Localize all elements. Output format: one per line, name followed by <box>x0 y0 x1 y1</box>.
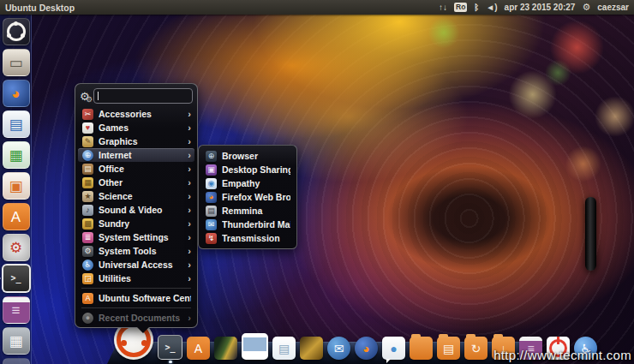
menu-item-label: Other <box>99 177 184 188</box>
sundry-icon: ▩ <box>82 218 93 230</box>
menu-item-games[interactable]: ♥Games› <box>78 121 194 134</box>
menu-item-recent-documents[interactable]: ●Recent Documents› <box>78 311 194 325</box>
universal-access-icon: ♿ <box>82 260 93 271</box>
menu-item-ubuntu-software-center[interactable]: AUbuntu Software Center <box>78 291 194 305</box>
menu-item-firefox-web-browser[interactable]: ◕Firefox Web Browser <box>201 190 294 204</box>
launcher-item-trash[interactable]: ▯ <box>3 358 30 364</box>
menu-item-browser[interactable]: ⊕Browser <box>201 149 294 163</box>
menu-item-accessories[interactable]: ✂Accessories› <box>78 107 194 121</box>
menu-item-label: System Tools <box>99 246 184 256</box>
dock-item-folder-home[interactable] <box>410 337 433 360</box>
menu-item-remmina[interactable]: ▤Remmina <box>201 204 294 218</box>
dock-item-photo-gold[interactable] <box>300 337 323 360</box>
menu-item-label: Remmina <box>222 206 290 216</box>
launcher-item-terminal[interactable]: >_ <box>2 264 31 293</box>
internet-submenu: ⊕Browser▣Desktop Sharing◉Empathy◕Firefox… <box>198 145 297 249</box>
dock-item-firefox[interactable]: ◕ <box>355 337 378 360</box>
submenu-arrow-icon: › <box>188 218 191 229</box>
menu-item-system-settings[interactable]: ≣System Settings› <box>78 230 194 244</box>
menu-item-system-tools[interactable]: ⚙System Tools› <box>78 244 194 258</box>
submenu-arrow-icon: › <box>188 150 191 160</box>
menu-separator <box>81 307 191 308</box>
science-icon: ★ <box>82 191 93 202</box>
volume-icon[interactable]: ◄) <box>486 0 497 15</box>
thunderbird-icon: ✉ <box>206 219 217 230</box>
sound-video-icon: ♪ <box>82 205 93 216</box>
menu-search-input[interactable] <box>93 88 193 104</box>
menu-item-label: Sound & Video <box>99 205 184 215</box>
utilities-icon: ◲ <box>82 273 93 284</box>
submenu-arrow-icon: › <box>188 136 191 146</box>
graphics-icon: ✎ <box>82 136 93 147</box>
dock-item-software-center[interactable]: A <box>187 337 210 360</box>
watermark-text: http://www.tecmint.com <box>493 348 631 362</box>
submenu-arrow-icon: › <box>188 232 191 242</box>
dock-item-terminal[interactable]: >_ <box>158 335 182 360</box>
submenu-arrow-icon: › <box>188 191 191 201</box>
launcher-item-ubuntu-software-center[interactable]: A <box>3 203 30 230</box>
applications-menu: ⚙ ✂Accessories›♥Games›✎Graphics›⊕Interne… <box>75 83 198 328</box>
menu-item-graphics[interactable]: ✎Graphics› <box>78 134 194 148</box>
menu-item-label: Accessories <box>99 109 184 119</box>
menu-item-label: Firefox Web Browser <box>222 192 290 202</box>
launcher-item-dash-home[interactable] <box>3 18 30 45</box>
empathy-icon: ◉ <box>206 178 217 189</box>
dock-item-folder-documents[interactable]: ▤ <box>437 337 460 360</box>
menu-item-label: Sundry <box>99 218 184 229</box>
menu-item-empathy[interactable]: ◉Empathy <box>201 176 294 190</box>
menu-item-universal-access[interactable]: ♿Universal Access› <box>78 258 194 272</box>
menu-item-office[interactable]: ▤Office› <box>78 162 194 176</box>
keyboard-layout-badge[interactable]: Ro <box>454 3 467 12</box>
dock-item-chat[interactable]: ● <box>382 337 405 360</box>
dock-item-folder-sync[interactable]: ↻ <box>464 337 487 360</box>
remmina-icon: ▤ <box>206 206 217 217</box>
firefox-icon: ◕ <box>206 192 217 203</box>
launcher-item-libreoffice-calc[interactable]: ▦ <box>3 141 30 169</box>
games-icon: ♥ <box>82 122 93 134</box>
active-app-title: Ubuntu Desktop <box>0 3 75 13</box>
system-tools-icon: ⚙ <box>82 246 93 257</box>
dock-item-photo-stack[interactable] <box>242 333 268 360</box>
submenu-arrow-icon: › <box>188 313 191 323</box>
launcher-item-firefox[interactable]: ◕ <box>3 80 30 107</box>
recent-documents-icon: ● <box>82 313 93 324</box>
launcher-item-files[interactable]: ▭ <box>3 49 30 76</box>
menu-search-row: ⚙ <box>78 87 194 107</box>
menu-item-label: Browser <box>222 151 290 161</box>
clock[interactable]: apr 23 2015 20:27 <box>505 0 576 15</box>
menu-item-other[interactable]: ▦Other› <box>78 176 194 189</box>
launcher-item-libreoffice-impress[interactable]: ▣ <box>3 172 30 200</box>
menu-item-transmission[interactable]: ↯Transmission <box>201 231 294 245</box>
menu-item-sound-video[interactable]: ♪Sound & Video› <box>78 203 194 217</box>
menu-item-label: Empathy <box>222 178 290 188</box>
menu-item-utilities[interactable]: ◲Utilities› <box>78 272 194 285</box>
submenu-arrow-icon: › <box>188 164 191 174</box>
username[interactable]: caezsar <box>597 0 629 15</box>
menu-item-science[interactable]: ★Science› <box>78 189 194 203</box>
software-center-icon: A <box>82 293 93 304</box>
menu-item-sundry[interactable]: ▩Sundry› <box>78 217 194 230</box>
launcher-item-system-settings[interactable]: ⚙ <box>3 234 30 261</box>
internet-icon: ⊕ <box>82 150 93 161</box>
menu-item-thunderbird-mail[interactable]: ✉Thunderbird Mail <box>201 218 294 231</box>
session-gear-icon[interactable]: ⚙ <box>582 0 590 15</box>
bluetooth-icon[interactable]: ᛒ <box>474 0 479 15</box>
menu-item-desktop-sharing[interactable]: ▣Desktop Sharing <box>201 163 294 176</box>
submenu-arrow-icon: › <box>188 273 191 283</box>
submenu-arrow-icon: › <box>188 246 191 256</box>
menu-item-label: Internet <box>99 150 184 160</box>
dock-item-document[interactable]: ▤ <box>272 337 296 360</box>
menu-item-internet[interactable]: ⊕Internet› <box>78 148 194 162</box>
menu-item-label: Universal Access <box>99 260 184 270</box>
network-arrows-icon[interactable]: ↑↓ <box>439 0 447 15</box>
menu-item-label: Utilities <box>99 273 184 283</box>
launcher-item-libreoffice-writer[interactable]: ▤ <box>3 110 30 138</box>
launcher-item-purple-window[interactable]: ≡ <box>3 296 30 324</box>
desktop-sharing-icon: ▣ <box>206 164 217 176</box>
menu-item-label: Games <box>99 122 184 133</box>
dock-item-thunderbird[interactable]: ✉ <box>327 337 350 360</box>
launcher-item-removable-disk[interactable]: ▦ <box>3 327 30 355</box>
dock-item-photo-dark[interactable] <box>214 337 237 360</box>
unity-launcher: ▭◕▤▦▣A⚙>_≡▦▯ <box>0 15 32 364</box>
desktop: Ubuntu Desktop ↑↓Roᛒ◄) apr 23 2015 20:27… <box>0 0 634 364</box>
